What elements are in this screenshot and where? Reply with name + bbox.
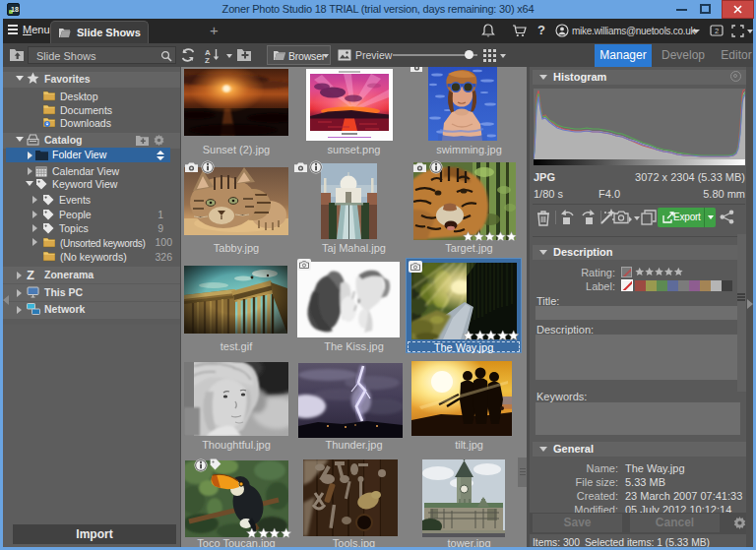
svg-text:2: 2 <box>715 27 719 35</box>
svg-text:Z: Z <box>205 56 210 64</box>
